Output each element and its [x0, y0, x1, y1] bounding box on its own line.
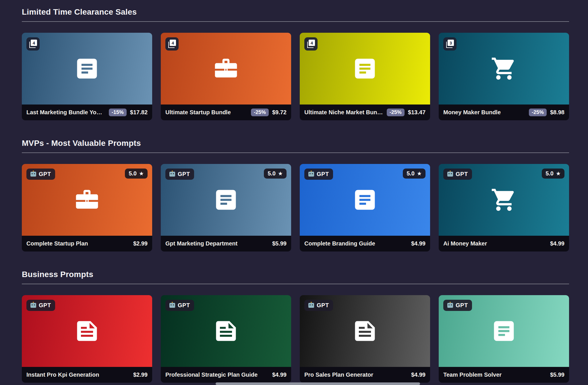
robot-icon: [30, 303, 36, 308]
section-mvps: MVPs - Most Valuable Prompts GPT 5.0 ★ C…: [22, 139, 569, 251]
product-card[interactable]: GPT Team Problem Solver $5.99: [439, 295, 569, 383]
rating-badge: 5.0 ★: [264, 169, 287, 179]
robot-icon: [308, 303, 314, 308]
product-card[interactable]: GPT Professional Strategic Plan Guide $4…: [161, 295, 291, 383]
pages-count-badge: 4: [26, 37, 40, 51]
robot-icon: [169, 172, 175, 177]
gpt-badge: GPT: [443, 169, 472, 180]
pages-count: 4: [31, 40, 37, 46]
document-icon: [74, 318, 100, 344]
robot-icon: [308, 172, 314, 177]
product-card-footer: Pro Sales Plan Generator $4.99: [300, 367, 430, 383]
product-card-image: GPT 5.0 ★: [161, 164, 291, 236]
product-title: Complete Startup Plan: [26, 240, 130, 247]
product-card-footer: Team Problem Solver $5.99: [439, 367, 569, 383]
product-title: Ultimate Niche Market Bundle: [304, 109, 383, 116]
product-card-footer: Gpt Marketing Department $5.99: [161, 236, 291, 251]
product-title: Gpt Marketing Department: [165, 240, 269, 247]
product-card-image: GPT: [300, 295, 430, 367]
product-card[interactable]: 4 Last Marketing Bundle You ... -15% $17…: [22, 33, 152, 120]
card-grid-business: GPT Instant Pro Kpi Generation $2.99 GPT…: [22, 295, 569, 383]
product-title: Last Marketing Bundle You ...: [26, 109, 105, 116]
rating-value: 5.0: [546, 170, 554, 177]
product-card-footer: Money Maker Bundle -25% $8.98: [439, 105, 569, 120]
product-card[interactable]: GPT Pro Sales Plan Generator $4.99: [300, 295, 430, 383]
product-card[interactable]: GPT 5.0 ★ Complete Branding Guide $4.99: [300, 164, 430, 251]
gpt-badge: GPT: [304, 300, 333, 311]
section-title: Limited Time Clearance Sales: [22, 7, 569, 17]
discount-badge: -25%: [529, 109, 547, 116]
document-icon: [213, 318, 239, 344]
document-icon: [352, 318, 378, 344]
product-price: $5.99: [550, 372, 564, 378]
product-card-footer: Instant Pro Kpi Generation $2.99: [22, 367, 152, 383]
section-business: Business Prompts GPT Instant Pro Kpi Gen…: [22, 270, 569, 383]
product-card[interactable]: 3 Money Maker Bundle -25% $8.98: [439, 33, 569, 120]
section-divider: [22, 152, 569, 153]
product-card-image: GPT: [22, 295, 152, 367]
product-price: $13.47: [408, 109, 425, 116]
product-card[interactable]: GPT 5.0 ★ Ai Money Maker $4.99: [439, 164, 569, 251]
cart-icon: [491, 187, 517, 213]
product-card[interactable]: GPT 5.0 ★ Gpt Marketing Department $5.99: [161, 164, 291, 251]
product-title: Instant Pro Kpi Generation: [26, 372, 130, 378]
product-price: $17.82: [130, 109, 148, 116]
cart-icon: [491, 55, 517, 82]
card-grid-clearance: 4 Last Marketing Bundle You ... -15% $17…: [22, 33, 569, 120]
product-title: Complete Branding Guide: [304, 240, 408, 247]
rating-badge: 5.0 ★: [403, 169, 425, 179]
product-card-footer: Ai Money Maker $4.99: [439, 236, 569, 251]
article-icon: [74, 55, 100, 82]
product-price: $4.99: [411, 240, 425, 247]
robot-icon: [447, 303, 453, 308]
product-card-image: GPT: [161, 295, 291, 367]
horizontal-scrollbar[interactable]: [216, 382, 420, 385]
gpt-label: GPT: [39, 171, 51, 177]
product-card[interactable]: 4 Ultimate Startup Bundle -25% $9.72: [161, 33, 291, 120]
card-grid-mvps: GPT 5.0 ★ Complete Startup Plan $2.99 GP…: [22, 164, 569, 251]
product-title: Pro Sales Plan Generator: [304, 372, 408, 378]
product-card[interactable]: 4 Ultimate Niche Market Bundle -25% $13.…: [300, 33, 430, 120]
product-price: $4.99: [550, 240, 564, 247]
product-card[interactable]: GPT Instant Pro Kpi Generation $2.99: [22, 295, 152, 383]
pages-count: 4: [309, 40, 315, 46]
robot-icon: [169, 303, 175, 308]
section-divider: [22, 21, 569, 22]
gpt-label: GPT: [317, 302, 329, 309]
gpt-badge: GPT: [304, 169, 333, 180]
article-icon: [491, 318, 517, 344]
briefcase-icon: [213, 55, 239, 82]
product-title: Professional Strategic Plan Guide: [165, 372, 269, 378]
rating-value: 5.0: [129, 170, 137, 177]
product-price: $2.99: [133, 240, 148, 247]
gpt-badge: GPT: [443, 300, 472, 311]
product-card-image: 4: [300, 33, 430, 105]
gpt-label: GPT: [178, 302, 190, 309]
product-card-image: GPT 5.0 ★: [22, 164, 152, 236]
rating-value: 5.0: [268, 170, 276, 177]
product-title: Team Problem Solver: [443, 372, 547, 378]
section-title: MVPs - Most Valuable Prompts: [22, 139, 569, 148]
product-card-image: GPT: [439, 295, 569, 367]
product-price: $4.99: [411, 372, 425, 378]
storefront-page: Limited Time Clearance Sales 4 Last Mark…: [0, 0, 588, 383]
product-card-footer: Ultimate Startup Bundle -25% $9.72: [161, 105, 291, 120]
product-card[interactable]: GPT 5.0 ★ Complete Startup Plan $2.99: [22, 164, 152, 251]
product-card-footer: Complete Startup Plan $2.99: [22, 236, 152, 251]
star-icon: ★: [556, 171, 561, 176]
discount-badge: -15%: [109, 109, 127, 116]
section-title: Business Prompts: [22, 270, 569, 279]
gpt-label: GPT: [39, 302, 51, 309]
product-card-footer: Last Marketing Bundle You ... -15% $17.8…: [22, 105, 152, 120]
product-card-footer: Complete Branding Guide $4.99: [300, 236, 430, 251]
gpt-label: GPT: [178, 171, 190, 177]
section-divider: [22, 284, 569, 284]
article-icon: [352, 187, 378, 213]
product-card-footer: Ultimate Niche Market Bundle -25% $13.47: [300, 105, 430, 120]
star-icon: ★: [417, 171, 422, 176]
gpt-label: GPT: [317, 171, 329, 177]
pages-count: 4: [170, 40, 176, 46]
product-card-image: 4: [161, 33, 291, 105]
article-icon: [352, 55, 378, 82]
discount-badge: -25%: [387, 109, 405, 116]
